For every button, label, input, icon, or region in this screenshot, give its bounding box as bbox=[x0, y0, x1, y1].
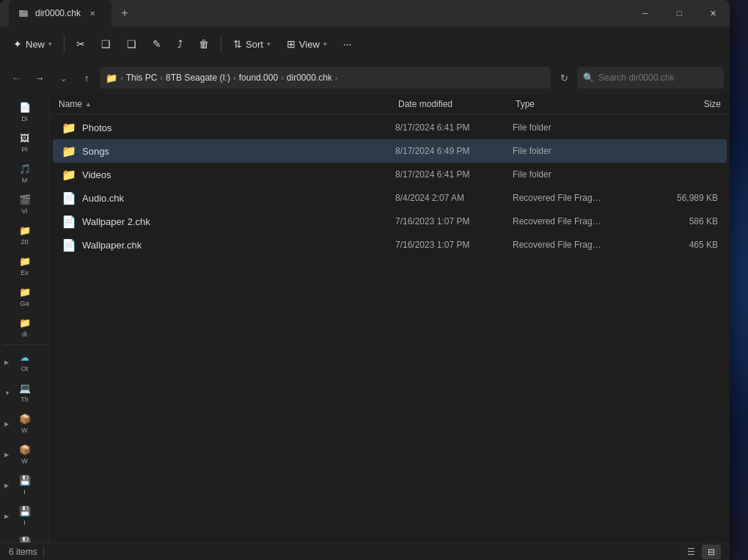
sidebar-item-4[interactable]: 📁 20 bbox=[3, 221, 46, 250]
search-input[interactable] bbox=[598, 73, 718, 83]
file-name-audio-chk: Audio.chk bbox=[82, 193, 395, 204]
sidebar-item-3[interactable]: 🎬 Vi bbox=[3, 190, 46, 219]
refresh-button[interactable]: ↻ bbox=[554, 67, 574, 88]
file-date-songs: 8/17/2024 6:49 PM bbox=[395, 146, 513, 156]
file-name-videos: Videos bbox=[82, 169, 395, 180]
back-button[interactable]: ← bbox=[6, 67, 26, 88]
sidebar: 📄 Di 🖼 Pi 🎵 M 🎬 Vi 📁 20 📁 Ex bbox=[0, 94, 50, 542]
sidebar-item-6[interactable]: 📁 Ga bbox=[3, 282, 46, 312]
breadcrumb-this-pc[interactable]: This PC bbox=[126, 73, 158, 83]
breadcrumb-sep-2: › bbox=[160, 73, 163, 82]
file-date-videos: 8/17/2024 6:41 PM bbox=[395, 169, 513, 180]
col-header-date[interactable]: Date modified bbox=[398, 99, 516, 109]
sidebar-icon-5: 📁 bbox=[19, 256, 31, 267]
sidebar-item-12[interactable]: ▶ 💾 I bbox=[3, 471, 46, 500]
file-row-photos[interactable]: 📁 Photos 8/17/2024 6:41 PM File folder bbox=[53, 116, 727, 139]
view-button[interactable]: ⊞ View ▾ bbox=[279, 34, 334, 54]
sidebar-label-5: Ex bbox=[4, 269, 45, 276]
expand-icon-9: ▼ bbox=[4, 390, 10, 397]
copy-button[interactable]: ❑ bbox=[94, 34, 118, 54]
col-header-name[interactable]: Name ▲ bbox=[59, 99, 398, 109]
sort-button[interactable]: ⇅ Sort ▾ bbox=[226, 34, 278, 54]
sidebar-item-9[interactable]: ▼ 💻 Th bbox=[3, 378, 46, 408]
breadcrumb-found[interactable]: found.000 bbox=[239, 73, 278, 83]
recent-icon: ⌄ bbox=[59, 73, 67, 84]
sidebar-item-14[interactable]: ▶ 💾 W bbox=[3, 532, 46, 542]
close-button[interactable]: ✕ bbox=[696, 0, 730, 26]
sort-label: Sort bbox=[246, 39, 263, 50]
share-button[interactable]: ⤴ bbox=[170, 34, 190, 54]
share-icon: ⤴ bbox=[177, 38, 183, 50]
view-icon: ⊞ bbox=[287, 38, 296, 50]
rename-button[interactable]: ✎ bbox=[145, 34, 169, 54]
sidebar-item-2[interactable]: 🎵 M bbox=[3, 159, 46, 188]
sidebar-icon-1: 🖼 bbox=[20, 133, 29, 144]
title-bar: dir0000.chk ✕ + ─ □ ✕ bbox=[0, 0, 730, 26]
active-tab[interactable]: dir0000.chk ✕ bbox=[9, 0, 111, 26]
more-options-button[interactable]: ··· bbox=[336, 34, 359, 54]
detail-view-button[interactable]: ⊟ bbox=[702, 545, 721, 559]
tab-close-button[interactable]: ✕ bbox=[87, 7, 98, 19]
sidebar-item-8[interactable]: ▶ ☁ Ot bbox=[3, 347, 46, 377]
cut-button[interactable]: ✂ bbox=[69, 34, 92, 54]
tab-area: dir0000.chk ✕ + bbox=[9, 0, 628, 26]
sidebar-icon-3: 🎬 bbox=[19, 194, 31, 205]
file-name-photos: Photos bbox=[82, 122, 395, 133]
sidebar-label-1: Pi bbox=[4, 146, 45, 153]
file-row-wallpaper-chk[interactable]: 📄 Wallpaper.chk 7/16/2023 1:07 PM Recove… bbox=[53, 233, 727, 257]
file-row-videos[interactable]: 📁 Videos 8/17/2024 6:41 PM File folder bbox=[53, 163, 727, 186]
list-view-button[interactable]: ☰ bbox=[681, 545, 700, 559]
new-tab-button[interactable]: + bbox=[114, 3, 135, 23]
forward-button[interactable]: → bbox=[29, 67, 50, 88]
minimize-button[interactable]: ─ bbox=[628, 0, 662, 26]
maximize-button[interactable]: □ bbox=[662, 0, 696, 26]
sidebar-item-5[interactable]: 📁 Ex bbox=[3, 251, 46, 281]
col-header-type[interactable]: Type bbox=[516, 99, 648, 109]
svg-rect-1 bbox=[19, 10, 23, 12]
expand-icon-13: ▶ bbox=[4, 513, 9, 520]
up-button[interactable]: ↑ bbox=[76, 67, 97, 88]
sidebar-icon-6: 📁 bbox=[19, 287, 31, 298]
cut-icon: ✂ bbox=[76, 38, 85, 50]
status-bar: 6 items ☰ ⊟ bbox=[0, 542, 730, 560]
sidebar-item-10[interactable]: ▶ 📦 W bbox=[3, 409, 46, 438]
address-bar: ← → ⌄ ↑ 📁 › This PC › 8TB Seagate (I:) ›… bbox=[0, 62, 730, 94]
sidebar-icon-0: 📄 bbox=[19, 102, 31, 113]
file-date-audio-chk: 8/4/2024 2:07 AM bbox=[395, 193, 513, 203]
sidebar-item-13[interactable]: ▶ 💾 I bbox=[3, 501, 46, 531]
file-row-wallpaper2-chk[interactable]: 📄 Wallpaper 2.chk 7/16/2023 1:07 PM Reco… bbox=[53, 210, 727, 233]
breadcrumb-sep-3: › bbox=[233, 73, 236, 82]
new-button[interactable]: ✦ New ▾ bbox=[6, 34, 59, 54]
sidebar-item-1[interactable]: 🖼 Pi bbox=[3, 128, 46, 158]
file-name-songs: Songs bbox=[82, 146, 395, 157]
sidebar-item-0[interactable]: 📄 Di bbox=[3, 97, 46, 127]
sidebar-item-7[interactable]: 📁 di bbox=[3, 313, 46, 342]
paste-icon: ❏ bbox=[127, 38, 136, 50]
sidebar-item-11[interactable]: ▶ 📦 W bbox=[3, 440, 46, 469]
file-row-songs[interactable]: 📁 Songs 8/17/2024 6:49 PM File folder bbox=[53, 139, 727, 163]
file-type-songs: File folder bbox=[513, 146, 645, 156]
delete-button[interactable]: 🗑 bbox=[191, 34, 216, 54]
tab-label: dir0000.chk bbox=[35, 8, 81, 18]
copy-icon: ❑ bbox=[101, 38, 111, 50]
file-size-audio-chk: 56,989 KB bbox=[645, 193, 718, 203]
file-date-wallpaper2-chk: 7/16/2023 1:07 PM bbox=[395, 216, 513, 226]
file-name-wallpaper-chk: Wallpaper.chk bbox=[82, 240, 395, 251]
sidebar-label-11: W bbox=[4, 457, 45, 465]
breadcrumb-drive[interactable]: 8TB Seagate (I:) bbox=[166, 73, 230, 83]
folder-icon-videos: 📁 bbox=[62, 168, 76, 182]
search-bar[interactable]: 🔍 bbox=[577, 67, 724, 89]
sort-indicator: ▲ bbox=[85, 100, 92, 108]
col-header-size[interactable]: Size bbox=[648, 99, 721, 109]
breadcrumb-home[interactable]: 📁 bbox=[106, 73, 117, 84]
sidebar-icon-8: ☁ bbox=[20, 352, 29, 363]
folder-icon-songs: 📁 bbox=[62, 144, 76, 158]
toolbar-separator-1 bbox=[64, 35, 65, 53]
recent-locations-button[interactable]: ⌄ bbox=[53, 67, 73, 88]
file-row-audio-chk[interactable]: 📄 Audio.chk 8/4/2024 2:07 AM Recovered F… bbox=[53, 186, 727, 210]
chk-icon-wallpaper: 📄 bbox=[62, 238, 76, 252]
sidebar-label-4: 20 bbox=[4, 238, 45, 246]
file-date-photos: 8/17/2024 6:41 PM bbox=[395, 122, 513, 133]
paste-button[interactable]: ❏ bbox=[120, 34, 144, 54]
breadcrumb-dir[interactable]: dir0000.chk bbox=[287, 73, 332, 83]
